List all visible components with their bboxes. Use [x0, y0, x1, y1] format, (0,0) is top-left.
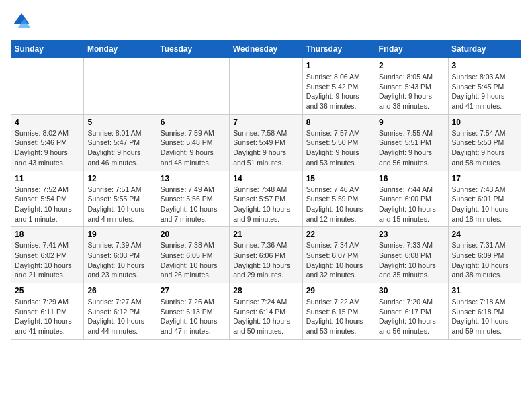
day-cell: 5Sunrise: 8:01 AM Sunset: 5:47 PM Daylig… — [84, 114, 157, 171]
day-cell: 15Sunrise: 7:46 AM Sunset: 5:59 PM Dayli… — [302, 171, 375, 227]
day-info: Sunrise: 8:06 AM Sunset: 5:42 PM Dayligh… — [306, 72, 371, 111]
svg-marker-0 — [13, 13, 30, 24]
day-number: 13 — [161, 174, 226, 183]
day-cell: 20Sunrise: 7:38 AM Sunset: 6:05 PM Dayli… — [157, 227, 229, 283]
day-number: 19 — [87, 230, 152, 239]
weekday-header-thursday: Thursday — [302, 40, 375, 58]
day-number: 3 — [452, 61, 517, 71]
day-number: 2 — [379, 61, 444, 71]
day-info: Sunrise: 8:05 AM Sunset: 5:43 PM Dayligh… — [379, 72, 444, 111]
day-cell: 12Sunrise: 7:51 AM Sunset: 5:55 PM Dayli… — [84, 171, 157, 227]
day-cell: 14Sunrise: 7:48 AM Sunset: 5:57 PM Dayli… — [230, 171, 302, 227]
day-cell — [84, 58, 157, 115]
day-number: 4 — [15, 118, 80, 127]
day-info: Sunrise: 7:38 AM Sunset: 6:05 PM Dayligh… — [161, 240, 226, 280]
day-number: 29 — [306, 286, 371, 295]
day-info: Sunrise: 8:03 AM Sunset: 5:45 PM Dayligh… — [452, 72, 517, 111]
day-info: Sunrise: 7:44 AM Sunset: 6:00 PM Dayligh… — [379, 185, 444, 224]
day-info: Sunrise: 7:51 AM Sunset: 5:55 PM Dayligh… — [87, 185, 152, 224]
day-info: Sunrise: 7:27 AM Sunset: 6:12 PM Dayligh… — [87, 297, 152, 336]
day-cell: 4Sunrise: 8:02 AM Sunset: 5:46 PM Daylig… — [11, 114, 84, 171]
day-cell: 16Sunrise: 7:44 AM Sunset: 6:00 PM Dayli… — [375, 171, 448, 227]
week-row-5: 25Sunrise: 7:29 AM Sunset: 6:11 PM Dayli… — [11, 283, 521, 340]
day-number: 10 — [452, 118, 517, 127]
day-number: 20 — [161, 230, 226, 239]
day-info: Sunrise: 7:36 AM Sunset: 6:06 PM Dayligh… — [233, 240, 298, 280]
day-cell: 6Sunrise: 7:59 AM Sunset: 5:48 PM Daylig… — [157, 114, 229, 171]
day-cell: 26Sunrise: 7:27 AM Sunset: 6:12 PM Dayli… — [84, 283, 157, 340]
day-info: Sunrise: 7:39 AM Sunset: 6:03 PM Dayligh… — [87, 240, 152, 280]
day-cell: 24Sunrise: 7:31 AM Sunset: 6:09 PM Dayli… — [448, 227, 521, 283]
day-info: Sunrise: 7:55 AM Sunset: 5:51 PM Dayligh… — [379, 128, 444, 168]
day-number: 23 — [379, 230, 444, 239]
day-number: 7 — [233, 118, 298, 127]
week-row-1: 1Sunrise: 8:06 AM Sunset: 5:42 PM Daylig… — [11, 58, 521, 115]
day-cell: 31Sunrise: 7:18 AM Sunset: 6:18 PM Dayli… — [448, 283, 521, 340]
day-number: 25 — [15, 286, 80, 295]
day-info: Sunrise: 7:41 AM Sunset: 6:02 PM Dayligh… — [15, 240, 80, 280]
day-cell: 17Sunrise: 7:43 AM Sunset: 6:01 PM Dayli… — [448, 171, 521, 227]
day-cell: 18Sunrise: 7:41 AM Sunset: 6:02 PM Dayli… — [11, 227, 84, 283]
day-cell: 8Sunrise: 7:57 AM Sunset: 5:50 PM Daylig… — [302, 114, 375, 171]
day-info: Sunrise: 7:20 AM Sunset: 6:17 PM Dayligh… — [379, 297, 444, 336]
day-number: 6 — [161, 118, 226, 127]
day-number: 30 — [379, 286, 444, 295]
week-row-3: 11Sunrise: 7:52 AM Sunset: 5:54 PM Dayli… — [11, 171, 521, 227]
day-info: Sunrise: 7:54 AM Sunset: 5:53 PM Dayligh… — [452, 128, 517, 168]
day-cell: 25Sunrise: 7:29 AM Sunset: 6:11 PM Dayli… — [11, 283, 84, 340]
weekday-header-monday: Monday — [84, 40, 157, 58]
day-info: Sunrise: 7:46 AM Sunset: 5:59 PM Dayligh… — [306, 185, 371, 224]
day-info: Sunrise: 7:52 AM Sunset: 5:54 PM Dayligh… — [15, 185, 80, 224]
day-cell: 21Sunrise: 7:36 AM Sunset: 6:06 PM Dayli… — [230, 227, 302, 283]
weekday-header-sunday: Sunday — [11, 40, 84, 58]
day-cell: 23Sunrise: 7:33 AM Sunset: 6:08 PM Dayli… — [375, 227, 448, 283]
day-info: Sunrise: 7:58 AM Sunset: 5:49 PM Dayligh… — [233, 128, 298, 168]
day-info: Sunrise: 7:48 AM Sunset: 5:57 PM Dayligh… — [233, 185, 298, 224]
day-number: 24 — [452, 230, 517, 239]
day-cell: 2Sunrise: 8:05 AM Sunset: 5:43 PM Daylig… — [375, 58, 448, 115]
day-info: Sunrise: 7:49 AM Sunset: 5:56 PM Dayligh… — [161, 185, 226, 224]
day-info: Sunrise: 7:31 AM Sunset: 6:09 PM Dayligh… — [452, 240, 517, 280]
day-cell: 29Sunrise: 7:22 AM Sunset: 6:15 PM Dayli… — [302, 283, 375, 340]
day-cell — [11, 58, 84, 115]
day-cell: 9Sunrise: 7:55 AM Sunset: 5:51 PM Daylig… — [375, 114, 448, 171]
weekday-header-row: SundayMondayTuesdayWednesdayThursdayFrid… — [11, 40, 521, 58]
weekday-header-friday: Friday — [375, 40, 448, 58]
day-number: 31 — [452, 286, 517, 295]
day-number: 14 — [233, 174, 298, 183]
day-number: 17 — [452, 174, 517, 183]
day-info: Sunrise: 7:24 AM Sunset: 6:14 PM Dayligh… — [233, 297, 298, 336]
day-info: Sunrise: 7:26 AM Sunset: 6:13 PM Dayligh… — [161, 297, 226, 336]
day-number: 28 — [233, 286, 298, 295]
day-number: 18 — [15, 230, 80, 239]
logo-icon — [11, 11, 32, 32]
day-number: 15 — [306, 174, 371, 183]
day-cell — [230, 58, 302, 115]
day-info: Sunrise: 7:22 AM Sunset: 6:15 PM Dayligh… — [306, 297, 371, 336]
day-cell: 7Sunrise: 7:58 AM Sunset: 5:49 PM Daylig… — [230, 114, 302, 171]
day-cell: 3Sunrise: 8:03 AM Sunset: 5:45 PM Daylig… — [448, 58, 521, 115]
day-cell: 28Sunrise: 7:24 AM Sunset: 6:14 PM Dayli… — [230, 283, 302, 340]
day-cell: 1Sunrise: 8:06 AM Sunset: 5:42 PM Daylig… — [302, 58, 375, 115]
day-cell: 27Sunrise: 7:26 AM Sunset: 6:13 PM Dayli… — [157, 283, 229, 340]
day-cell: 30Sunrise: 7:20 AM Sunset: 6:17 PM Dayli… — [375, 283, 448, 340]
day-info: Sunrise: 8:02 AM Sunset: 5:46 PM Dayligh… — [15, 128, 80, 168]
day-cell: 11Sunrise: 7:52 AM Sunset: 5:54 PM Dayli… — [11, 171, 84, 227]
day-number: 22 — [306, 230, 371, 239]
day-number: 12 — [87, 174, 152, 183]
day-cell: 22Sunrise: 7:34 AM Sunset: 6:07 PM Dayli… — [302, 227, 375, 283]
day-info: Sunrise: 7:18 AM Sunset: 6:18 PM Dayligh… — [452, 297, 517, 336]
logo — [11, 11, 35, 32]
day-number: 8 — [306, 118, 371, 127]
day-info: Sunrise: 7:29 AM Sunset: 6:11 PM Dayligh… — [15, 297, 80, 336]
day-number: 9 — [379, 118, 444, 127]
day-info: Sunrise: 7:59 AM Sunset: 5:48 PM Dayligh… — [161, 128, 226, 168]
day-number: 16 — [379, 174, 444, 183]
week-row-4: 18Sunrise: 7:41 AM Sunset: 6:02 PM Dayli… — [11, 227, 521, 283]
day-number: 5 — [87, 118, 152, 127]
day-number: 21 — [233, 230, 298, 239]
day-cell: 10Sunrise: 7:54 AM Sunset: 5:53 PM Dayli… — [448, 114, 521, 171]
day-number: 26 — [87, 286, 152, 295]
day-info: Sunrise: 8:01 AM Sunset: 5:47 PM Dayligh… — [87, 128, 152, 168]
weekday-header-wednesday: Wednesday — [230, 40, 302, 58]
